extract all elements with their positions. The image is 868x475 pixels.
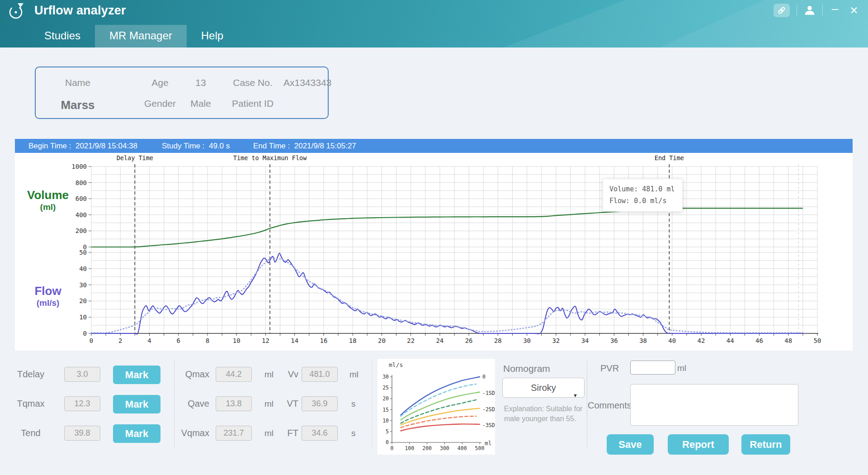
- divider: [797, 5, 797, 16]
- tdelay-mark-button[interactable]: Mark: [113, 366, 160, 384]
- study-time-bar: Begin Time : 2021/9/8 15:04:38 Study Tim…: [15, 139, 853, 153]
- svg-text:1000: 1000: [71, 163, 87, 170]
- patient-gender-label: Gender: [140, 98, 180, 109]
- svg-text:200: 200: [422, 445, 432, 451]
- svg-text:32: 32: [552, 337, 560, 344]
- patient-id-label: Patient ID: [226, 98, 280, 109]
- divider: [372, 361, 372, 447]
- comments-textarea[interactable]: [630, 384, 798, 426]
- svg-text:500: 500: [475, 445, 485, 451]
- svg-text:12: 12: [262, 337, 269, 344]
- minimize-button[interactable]: –: [830, 4, 840, 17]
- ft-label: FT: [267, 428, 298, 438]
- patient-age-label: Age: [140, 77, 180, 88]
- main-menu: Studies MR Manager Help: [30, 25, 238, 48]
- qave-input[interactable]: [216, 396, 252, 411]
- vt-label: VT: [267, 399, 298, 409]
- begin-time-label: Begin Time : 2021/9/8 15:04:38: [28, 139, 137, 153]
- vt-unit: s: [351, 399, 356, 409]
- qmax-label: Qmax: [170, 369, 209, 380]
- svg-text:10: 10: [79, 314, 87, 321]
- return-button[interactable]: Return: [741, 434, 790, 455]
- menu-item-studies[interactable]: Studies: [30, 25, 95, 48]
- menu-item-help[interactable]: Help: [187, 25, 238, 48]
- menu-item-mr-manager[interactable]: MR Manager: [95, 25, 187, 48]
- svg-text:44: 44: [726, 337, 734, 344]
- uroflow-chart: 0200400600800100001020304050024681012141…: [15, 153, 853, 351]
- tqmax-input[interactable]: [64, 396, 100, 411]
- vv-unit: ml: [349, 370, 359, 380]
- user-icon[interactable]: [804, 5, 816, 16]
- svg-text:2: 2: [118, 337, 122, 344]
- svg-text:6: 6: [177, 337, 180, 344]
- app-window: Urflow analyzer – ✕: [0, 0, 868, 475]
- window-controls: – ✕: [774, 4, 863, 17]
- svg-text:28: 28: [494, 337, 502, 344]
- pvr-input[interactable]: [630, 361, 675, 375]
- vv-label: Vv: [267, 369, 298, 380]
- qave-label: Qave: [170, 399, 209, 409]
- patient-info-card: Name Marss Age Gender 13 Male Case No. P…: [35, 66, 329, 119]
- nomogram-select[interactable]: Siroky ▼: [502, 378, 585, 398]
- vv-input[interactable]: [302, 367, 338, 382]
- patient-case-label: Case No.: [226, 77, 280, 88]
- svg-text:30: 30: [79, 281, 87, 289]
- pvr-unit: ml: [677, 363, 686, 373]
- svg-text:34: 34: [581, 337, 589, 344]
- svg-text:10: 10: [382, 418, 389, 424]
- svg-text:14: 14: [291, 337, 298, 344]
- svg-text:50: 50: [814, 337, 821, 344]
- end-time-label: End Time : 2021/9/8 15:05:27: [253, 139, 356, 153]
- link-icon[interactable]: [774, 4, 790, 17]
- tend-input[interactable]: [64, 426, 100, 441]
- svg-text:0: 0: [482, 374, 486, 380]
- nomogram-selected-value: Siroky: [531, 383, 556, 393]
- divider: [822, 5, 823, 16]
- svg-text:0: 0: [83, 330, 87, 337]
- svg-text:24: 24: [436, 337, 443, 344]
- svg-text:30: 30: [382, 374, 389, 380]
- svg-text:ml: ml: [485, 440, 492, 446]
- vqmax-input[interactable]: [216, 426, 252, 441]
- comments-label: Comments: [588, 400, 632, 411]
- uroflow-chart-canvas: 0200400600800100001020304050024681012141…: [15, 153, 853, 351]
- end-time-value: 2021/9/8 15:05:27: [294, 142, 356, 150]
- svg-text:15: 15: [382, 407, 389, 413]
- vt-input[interactable]: [302, 396, 338, 411]
- tend-mark-button[interactable]: Mark: [113, 424, 160, 443]
- tdelay-input[interactable]: [64, 367, 100, 382]
- chart-tooltip: Volume: 481.0 ml Flow: 0.0 ml/s: [603, 179, 683, 212]
- ft-input[interactable]: [302, 426, 338, 441]
- patient-name-value: Marss: [48, 98, 107, 112]
- svg-text:400: 400: [75, 211, 87, 218]
- control-panel: Tdelay Mark Tqmax Mark Tend Mark Qmax ml…: [0, 351, 868, 475]
- report-button[interactable]: Report: [668, 434, 729, 455]
- tqmax-label: Tqmax: [13, 399, 49, 409]
- svg-text:100: 100: [405, 445, 414, 451]
- svg-text:200: 200: [75, 227, 87, 234]
- begin-time-value: 2021/9/8 15:04:38: [75, 142, 137, 150]
- divider: [587, 361, 587, 447]
- svg-text:8: 8: [206, 337, 209, 344]
- app-logo-icon: [7, 2, 25, 21]
- close-button[interactable]: ✕: [847, 5, 861, 17]
- svg-text:40: 40: [668, 337, 676, 344]
- app-title: Urflow analyzer: [34, 4, 126, 18]
- qmax-input[interactable]: [216, 367, 252, 382]
- svg-text:42: 42: [698, 337, 705, 344]
- svg-text:-2SD: -2SD: [482, 406, 495, 413]
- chevron-down-icon: ▼: [573, 386, 578, 405]
- svg-text:40: 40: [79, 265, 87, 272]
- svg-text:400: 400: [458, 445, 467, 451]
- svg-text:25: 25: [382, 385, 389, 391]
- svg-text:30: 30: [523, 337, 531, 344]
- svg-text:-1SD: -1SD: [482, 390, 495, 396]
- tqmax-mark-button[interactable]: Mark: [113, 395, 160, 413]
- svg-text:38: 38: [639, 337, 647, 344]
- study-time-label: Study Time : 49.0 s: [162, 139, 230, 153]
- save-button[interactable]: Save: [607, 434, 654, 455]
- svg-text:50: 50: [79, 249, 87, 256]
- patient-name-label: Name: [48, 77, 107, 88]
- svg-text:4: 4: [147, 337, 151, 344]
- patient-case-value: Ax1343343: [283, 77, 329, 88]
